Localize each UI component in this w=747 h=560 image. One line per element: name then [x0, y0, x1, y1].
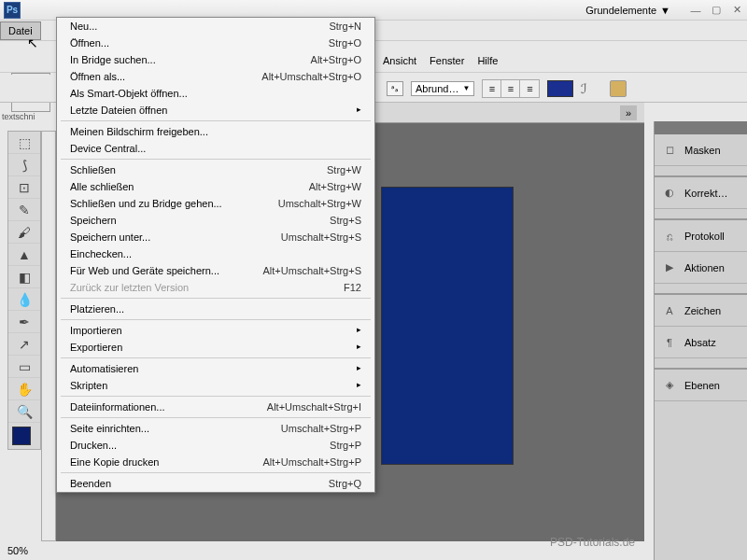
panel-icon: ◐	[662, 187, 677, 200]
foreground-color[interactable]	[12, 427, 31, 445]
chevron-down-icon: ▼	[660, 5, 670, 16]
paragraph-panel-icon[interactable]	[610, 80, 627, 97]
menu-hilfe[interactable]: Hilfe	[477, 55, 498, 66]
datei-menu-button[interactable]: Datei ↖	[0, 21, 41, 40]
menu-item[interactable]: Importieren	[57, 322, 374, 339]
menu-item[interactable]: Öffnen...Strg+O	[57, 35, 374, 51]
eraser-tool[interactable]: ◧	[8, 266, 40, 288]
brush-tool[interactable]: 🖌	[8, 221, 40, 244]
text-color-swatch[interactable]	[547, 80, 573, 97]
vertical-ruler	[41, 131, 56, 541]
menu-item[interactable]: Speichern unter...Umschalt+Strg+S	[57, 229, 374, 245]
watermark: PSD-Tutorials.de	[550, 536, 635, 549]
maximize-button[interactable]: ▢	[710, 4, 723, 17]
menu-item[interactable]: Schließen und zu Bridge gehen...Umschalt…	[57, 195, 374, 212]
panel-aktionen[interactable]: ▶Aktionen	[655, 252, 747, 284]
workspace-selector[interactable]: Grundelemente ▼	[578, 3, 678, 18]
lasso-tool[interactable]: ⟆	[8, 154, 40, 176]
stamp-tool[interactable]: ▲	[8, 244, 40, 266]
panel-zeichen[interactable]: AZeichen	[655, 295, 747, 327]
align-center-button[interactable]: ≡	[501, 80, 520, 97]
panel-label: Aktionen	[684, 262, 725, 273]
eyedropper-tool[interactable]: ✎	[8, 199, 40, 221]
photoshop-logo: Ps	[4, 2, 21, 19]
menu-item[interactable]: Exportieren	[57, 339, 374, 356]
panel-label: Zeichen	[684, 305, 721, 316]
panel-korrekt[interactable]: ◐Korrekt…	[655, 177, 747, 209]
warp-text-icon[interactable]: ℐ	[581, 81, 587, 96]
align-left-button[interactable]: ≡	[483, 80, 501, 97]
menu-item[interactable]: SpeichernStrg+S	[57, 212, 374, 229]
menu-item[interactable]: SchließenStrg+W	[57, 161, 374, 178]
workspace-label: Grundelemente	[585, 5, 656, 16]
menu-item[interactable]: Automatisieren	[57, 360, 374, 377]
menu-item[interactable]: Platzieren...	[57, 301, 374, 317]
tools-palette: ⬚ ⟆ ⊡ ✎ 🖌 ▲ ◧ 💧 ✒ ↗ ▭ ✋ 🔍	[7, 131, 41, 450]
panel-label: Absatz	[684, 337, 716, 348]
chevron-down-icon: ▼	[462, 84, 470, 92]
menu-item[interactable]: In Bridge suchen...Alt+Strg+O	[57, 51, 374, 68]
panel-icon: ⎌	[662, 230, 677, 243]
menu-item[interactable]: Skripten	[57, 377, 374, 394]
menu-item[interactable]: Drucken...Strg+P	[57, 437, 374, 454]
panel-icon: A	[662, 304, 677, 317]
panel-masken[interactable]: ◻Masken	[655, 134, 747, 166]
panel-icon: ◈	[662, 379, 677, 392]
menu-item[interactable]: Neu...Strg+N	[57, 18, 374, 35]
menu-item[interactable]: BeendenStrg+Q	[57, 475, 374, 492]
menu-item[interactable]: Dateiinformationen...Alt+Umschalt+Strg+I	[57, 399, 374, 415]
panel-ebenen[interactable]: ◈Ebenen	[655, 370, 747, 401]
menu-item[interactable]: Eine Kopie druckenAlt+Umschalt+Strg+P	[57, 454, 374, 470]
menu-item[interactable]: Device Central...	[57, 140, 374, 157]
tab-scroll-button[interactable]: »	[620, 105, 637, 120]
menu-item[interactable]: Einchecken...	[57, 245, 374, 262]
menu-item[interactable]: Meinen Bildschirm freigeben...	[57, 123, 374, 140]
menu-item: Zurück zur letzten VersionF12	[57, 279, 374, 296]
menu-fenster[interactable]: Fenster	[430, 55, 464, 66]
menu-ansicht[interactable]: Ansicht	[383, 55, 416, 66]
close-button[interactable]: ✕	[730, 4, 743, 17]
zoom-tool[interactable]: 🔍	[8, 400, 40, 423]
panel-label: Korrekt…	[684, 188, 727, 199]
menu-item[interactable]: Letzte Dateien öffnen	[57, 102, 374, 119]
align-right-button[interactable]: ≡	[520, 80, 539, 97]
panel-label: Masken	[684, 145, 721, 156]
document-canvas[interactable]	[381, 187, 514, 465]
panel-protokoll[interactable]: ⎌Protokoll	[655, 220, 747, 252]
menu-item[interactable]: Öffnen als...Alt+Umschalt+Strg+O	[57, 68, 374, 85]
hand-tool[interactable]: ✋	[8, 378, 40, 400]
panel-label: Ebenen	[684, 380, 720, 391]
panel-header[interactable]	[655, 121, 747, 134]
panel-icon: ◻	[662, 144, 677, 157]
zoom-level[interactable]: 50%	[2, 543, 34, 558]
panel-absatz[interactable]: ¶Absatz	[655, 327, 747, 358]
minimize-button[interactable]: —	[689, 4, 702, 17]
shape-tool[interactable]: ▭	[8, 356, 40, 378]
menu-item[interactable]: Als Smart-Objekt öffnen...	[57, 85, 374, 102]
panel-icon: ¶	[662, 336, 677, 349]
textschnitt-label: textschni	[2, 112, 35, 121]
blur-tool[interactable]: 💧	[8, 288, 40, 311]
panel-label: Protokoll	[684, 231, 725, 242]
antialiasing-icon: ᵃₐ	[387, 81, 403, 96]
crop-tool[interactable]: ⊡	[8, 176, 40, 199]
panel-icon: ▶	[662, 261, 677, 274]
antialiasing-select[interactable]: Abrund…▼	[411, 81, 474, 96]
marquee-tool[interactable]: ⬚	[8, 132, 40, 154]
pen-tool[interactable]: ✒	[8, 311, 40, 333]
menu-item[interactable]: Seite einrichten...Umschalt+Strg+P	[57, 420, 374, 437]
path-tool[interactable]: ↗	[8, 333, 40, 356]
menu-item[interactable]: Für Web und Geräte speichern...Alt+Umsch…	[57, 262, 374, 279]
datei-dropdown: Neu...Strg+NÖffnen...Strg+OIn Bridge suc…	[56, 17, 375, 493]
text-align-group: ≡ ≡ ≡	[482, 79, 540, 98]
menu-item[interactable]: Alle schließenAlt+Strg+W	[57, 178, 374, 195]
